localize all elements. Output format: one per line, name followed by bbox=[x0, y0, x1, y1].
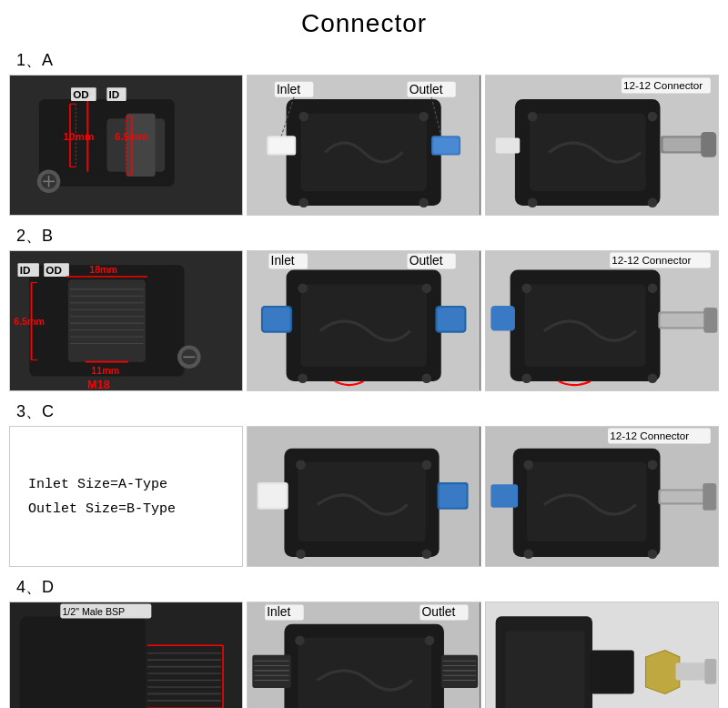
section-a-label: 1、A bbox=[9, 49, 719, 71]
svg-text:ID: ID bbox=[20, 264, 31, 276]
pump-d3-svg bbox=[486, 602, 718, 708]
c1-line1: Inlet Size=A-Type bbox=[28, 472, 167, 497]
svg-point-97 bbox=[422, 373, 432, 383]
diagram-b-svg: ID OD 6.5mm 18mm 11mm M18 bbox=[10, 250, 242, 391]
svg-marker-183 bbox=[645, 651, 679, 694]
cell-a1: OD OD ID 10mm 6.5mm bbox=[9, 75, 243, 216]
diagram-d-svg: 1/2" Male BSP 20MM bbox=[10, 602, 242, 708]
svg-rect-54 bbox=[495, 138, 520, 154]
svg-rect-185 bbox=[704, 659, 716, 684]
svg-text:12-12 Connector: 12-12 Connector bbox=[610, 430, 689, 441]
svg-text:Inlet: Inlet bbox=[268, 604, 291, 619]
svg-point-52 bbox=[527, 197, 537, 207]
svg-text:11mm: 11mm bbox=[91, 366, 119, 377]
svg-text:10mm: 10mm bbox=[64, 130, 95, 142]
svg-rect-29 bbox=[269, 138, 295, 154]
svg-text:M18: M18 bbox=[87, 379, 110, 391]
section-b: 2、B bbox=[9, 225, 719, 391]
pump-a2-svg: Inlet Outlet bbox=[248, 75, 480, 216]
svg-point-118 bbox=[297, 460, 307, 470]
svg-rect-47 bbox=[701, 132, 716, 157]
svg-rect-181 bbox=[505, 631, 584, 708]
svg-text:Inlet: Inlet bbox=[277, 82, 300, 96]
svg-text:18mm: 18mm bbox=[89, 264, 117, 275]
section-d: 4、D bbox=[9, 576, 719, 708]
section-b-row: ID OD 6.5mm 18mm 11mm M18 bbox=[9, 250, 719, 391]
svg-point-175 bbox=[295, 636, 305, 646]
svg-text:Inlet: Inlet bbox=[271, 253, 295, 268]
cell-a2: Inlet Outlet bbox=[247, 75, 480, 216]
svg-point-96 bbox=[298, 373, 308, 383]
c1-line2: Outlet Size=B-Type bbox=[28, 497, 176, 521]
svg-text:6.5mm: 6.5mm bbox=[14, 316, 45, 327]
svg-rect-44 bbox=[530, 114, 646, 191]
cell-d3 bbox=[485, 602, 719, 708]
svg-text:12-12 Connector: 12-12 Connector bbox=[612, 254, 691, 266]
page-title: Connector bbox=[9, 9, 719, 38]
svg-rect-125 bbox=[490, 484, 518, 508]
svg-rect-115 bbox=[259, 484, 287, 508]
svg-point-50 bbox=[527, 112, 537, 122]
cell-d1: 1/2" Male BSP 20MM bbox=[9, 602, 243, 708]
svg-point-107 bbox=[521, 284, 531, 294]
section-d-label: 4、D bbox=[9, 576, 719, 598]
svg-point-132 bbox=[647, 460, 657, 470]
svg-rect-117 bbox=[440, 484, 467, 508]
section-a-row: OD OD ID 10mm 6.5mm bbox=[9, 75, 719, 216]
svg-point-32 bbox=[299, 112, 309, 122]
svg-rect-103 bbox=[660, 314, 708, 328]
pump-b2-svg: Inlet Outlet bbox=[248, 250, 480, 391]
pump-c3-svg: 12-12 Connector bbox=[486, 426, 718, 567]
svg-point-33 bbox=[420, 112, 430, 122]
cell-c2 bbox=[247, 426, 480, 567]
svg-rect-3 bbox=[126, 114, 156, 177]
svg-point-110 bbox=[647, 373, 657, 383]
section-b-label: 2、B bbox=[9, 225, 719, 247]
svg-rect-127 bbox=[660, 491, 706, 503]
svg-rect-87 bbox=[263, 308, 290, 331]
svg-point-131 bbox=[523, 460, 533, 470]
svg-point-94 bbox=[298, 284, 308, 294]
svg-point-51 bbox=[647, 112, 657, 122]
cell-d2: Inlet Outlet bbox=[247, 602, 480, 708]
diagram-a-svg: OD OD ID 10mm 6.5mm bbox=[10, 75, 242, 216]
svg-rect-158 bbox=[298, 638, 432, 708]
svg-point-120 bbox=[297, 549, 307, 559]
cell-a3: 12-12 Connector bbox=[485, 75, 719, 216]
pump-b3-svg: 12-12 Connector bbox=[486, 250, 718, 391]
svg-rect-136 bbox=[20, 616, 146, 708]
svg-point-35 bbox=[420, 197, 430, 207]
cell-b1: ID OD 6.5mm 18mm 11mm M18 bbox=[9, 250, 243, 391]
svg-rect-159 bbox=[253, 655, 292, 688]
svg-point-176 bbox=[425, 636, 435, 646]
svg-rect-89 bbox=[438, 308, 465, 331]
cell-c1: Inlet Size=A-Type Outlet Size=B-Type bbox=[9, 426, 243, 567]
pump-c2-svg bbox=[248, 426, 480, 567]
svg-point-134 bbox=[647, 549, 657, 559]
svg-text:Outlet: Outlet bbox=[422, 604, 456, 619]
svg-rect-104 bbox=[703, 308, 717, 333]
cell-b2: Inlet Outlet bbox=[247, 250, 480, 391]
svg-rect-31 bbox=[434, 138, 460, 154]
pump-d2-svg: Inlet Outlet bbox=[248, 602, 480, 708]
section-d-row: 1/2" Male BSP 20MM bbox=[9, 602, 719, 708]
cell-c1-text: Inlet Size=A-Type Outlet Size=B-Type bbox=[10, 427, 242, 566]
svg-point-109 bbox=[521, 373, 531, 383]
svg-text:ID: ID bbox=[109, 88, 120, 100]
svg-rect-137 bbox=[146, 645, 223, 708]
svg-text:Outlet: Outlet bbox=[410, 82, 443, 96]
svg-rect-85 bbox=[301, 285, 427, 367]
svg-rect-101 bbox=[490, 306, 515, 331]
svg-rect-57 bbox=[68, 279, 146, 361]
svg-point-95 bbox=[422, 284, 432, 294]
svg-point-34 bbox=[299, 197, 309, 207]
svg-point-53 bbox=[647, 197, 657, 207]
cell-c3: 12-12 Connector bbox=[485, 426, 719, 567]
section-c-label: 3、C bbox=[9, 400, 719, 422]
svg-text:Outlet: Outlet bbox=[410, 253, 443, 268]
svg-point-121 bbox=[422, 549, 432, 559]
svg-rect-46 bbox=[662, 138, 705, 152]
pump-a3-svg: 12-12 Connector bbox=[486, 75, 718, 216]
svg-text:OD: OD bbox=[46, 264, 62, 276]
svg-point-133 bbox=[523, 549, 533, 559]
